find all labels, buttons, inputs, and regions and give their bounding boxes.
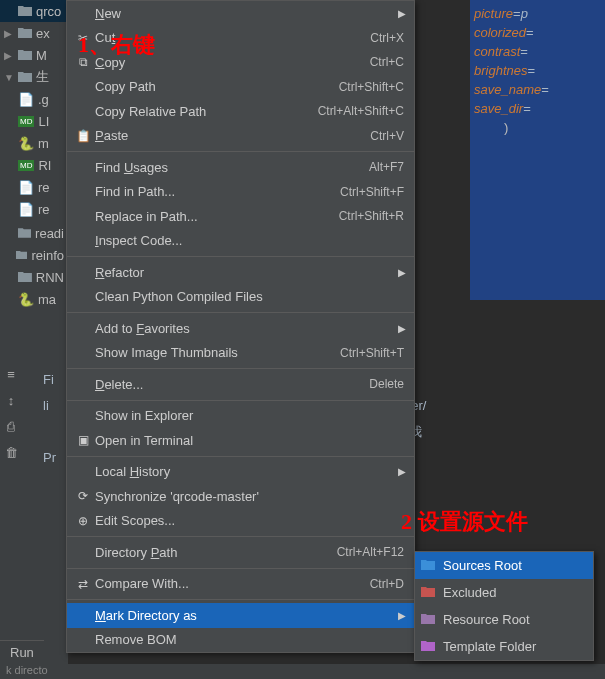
tree-item[interactable]: 📄re bbox=[0, 198, 68, 220]
menu-item-directory-path[interactable]: Directory Path Ctrl+Alt+F12 bbox=[67, 540, 414, 565]
menu-label: New bbox=[93, 6, 404, 21]
folder-icon bbox=[421, 640, 437, 654]
shortcut: Ctrl+Alt+Shift+C bbox=[318, 104, 404, 118]
tree-item[interactable]: MDLI bbox=[0, 110, 68, 132]
menu-item-replace-in-path[interactable]: Replace in Path... Ctrl+Shift+R bbox=[67, 204, 414, 229]
menu-item-copy-relative-path[interactable]: Copy Relative Path Ctrl+Alt+Shift+C bbox=[67, 99, 414, 124]
tool-icon[interactable]: 🗑 bbox=[1, 442, 21, 462]
menu-label: Refactor bbox=[93, 265, 404, 280]
menu-item-show-in-explorer[interactable]: Show in Explorer bbox=[67, 404, 414, 429]
code-line: li bbox=[43, 393, 56, 419]
code-line: picture=p bbox=[474, 4, 601, 23]
menu-item-find-in-path[interactable]: Find in Path... Ctrl+Shift+F bbox=[67, 180, 414, 205]
menu-label: Show in Explorer bbox=[93, 408, 404, 423]
menu-label: Find Usages bbox=[93, 160, 369, 175]
shortcut: Ctrl+Alt+F12 bbox=[337, 545, 404, 559]
tree-item[interactable]: ▶M bbox=[0, 44, 68, 66]
submenu-item-resource-root[interactable]: Resource Root bbox=[415, 606, 593, 633]
code-line: Fi bbox=[43, 367, 56, 393]
menu-item-compare-with[interactable]: ⇄ Compare With... Ctrl+D bbox=[67, 572, 414, 597]
submenu-item-excluded[interactable]: Excluded bbox=[415, 579, 593, 606]
menu-item-delete[interactable]: Delete... Delete bbox=[67, 372, 414, 397]
menu-item-paste[interactable]: 📋 Paste Ctrl+V bbox=[67, 124, 414, 149]
shortcut: Ctrl+V bbox=[370, 129, 404, 143]
code-editor-left[interactable]: Fi de-master/生成我的 li Pr bbox=[43, 367, 56, 471]
code-line: brightnes= bbox=[474, 61, 601, 80]
menu-label: Delete... bbox=[93, 377, 369, 392]
tree-item[interactable]: readi bbox=[0, 222, 68, 244]
menu-label: Paste bbox=[93, 128, 370, 143]
menu-label: Copy Relative Path bbox=[93, 104, 318, 119]
tree-item[interactable]: 📄.g bbox=[0, 88, 68, 110]
tree-item[interactable]: ▶ex bbox=[0, 22, 68, 44]
tree-item[interactable]: 🐍m bbox=[0, 132, 68, 154]
shortcut: Alt+F7 bbox=[369, 160, 404, 174]
submenu-label: Resource Root bbox=[443, 612, 530, 627]
shortcut: Ctrl+Shift+C bbox=[339, 80, 404, 94]
menu-item-clean-python-compiled-files[interactable]: Clean Python Compiled Files bbox=[67, 285, 414, 310]
tree-item[interactable]: MDRI bbox=[0, 154, 68, 176]
menu-item-synchronize-qrcode-master[interactable]: ⟳ Synchronize 'qrcode-master' bbox=[67, 484, 414, 509]
shortcut: Ctrl+X bbox=[370, 31, 404, 45]
menu-item-find-usages[interactable]: Find Usages Alt+F7 bbox=[67, 155, 414, 180]
tree-item[interactable]: 📄re bbox=[0, 176, 68, 198]
tree-item[interactable]: qrco bbox=[0, 0, 68, 22]
tree-item[interactable]: RNN bbox=[0, 266, 68, 288]
menu-item-edit-scopes[interactable]: ⊕ Edit Scopes... bbox=[67, 509, 414, 534]
menu-label: Show Image Thumbnails bbox=[93, 345, 340, 360]
menu-item-local-history[interactable]: Local History ▶ bbox=[67, 460, 414, 485]
shortcut: Ctrl+C bbox=[370, 55, 404, 69]
submenu-item-sources-root[interactable]: Sources Root bbox=[415, 552, 593, 579]
run-tab[interactable]: Run bbox=[0, 640, 44, 664]
menu-item-copy-path[interactable]: Copy Path Ctrl+Shift+C bbox=[67, 75, 414, 100]
menu-item-open-in-terminal[interactable]: ▣ Open in Terminal bbox=[67, 428, 414, 453]
menu-item-refactor[interactable]: Refactor ▶ bbox=[67, 260, 414, 285]
tool-icon[interactable]: ⎙ bbox=[1, 416, 21, 436]
tree-item[interactable]: ▼生 bbox=[0, 66, 68, 88]
menu-label: Clean Python Compiled Files bbox=[93, 289, 404, 304]
gutter-toolbar: ≡ ↕ ⎙ 🗑 bbox=[0, 360, 24, 466]
menu-label: Edit Scopes... bbox=[93, 513, 404, 528]
code-editor-right[interactable]: picture=pcolorized=contrast=brightnes=sa… bbox=[470, 0, 605, 300]
code-line: Pr bbox=[43, 445, 56, 471]
menu-icon: ⇄ bbox=[73, 577, 93, 591]
menu-item-inspect-code[interactable]: Inspect Code... bbox=[67, 229, 414, 254]
submenu-arrow-icon: ▶ bbox=[398, 267, 406, 278]
tree-item[interactable]: reinfo bbox=[0, 244, 68, 266]
folder-icon bbox=[421, 586, 437, 600]
menu-label: Remove BOM bbox=[93, 632, 404, 647]
menu-item-new[interactable]: New ▶ bbox=[67, 1, 414, 26]
folder-icon bbox=[421, 559, 437, 573]
menu-item-remove-bom[interactable]: Remove BOM bbox=[67, 628, 414, 653]
context-menu[interactable]: New ▶✂ Cut Ctrl+X ⧉ Copy Ctrl+C Copy Pat… bbox=[66, 0, 415, 653]
menu-label: Local History bbox=[93, 464, 404, 479]
code-line: contrast= bbox=[474, 42, 601, 61]
menu-label: Compare With... bbox=[93, 576, 370, 591]
tool-icon[interactable]: ≡ bbox=[1, 364, 21, 384]
menu-item-mark-directory-as[interactable]: Mark Directory as ▶ bbox=[67, 603, 414, 628]
code-line: save_dir= bbox=[474, 99, 601, 118]
mark-directory-submenu[interactable]: Sources RootExcludedResource RootTemplat… bbox=[414, 551, 594, 661]
menu-item-show-image-thumbnails[interactable]: Show Image Thumbnails Ctrl+Shift+T bbox=[67, 341, 414, 366]
menu-item-add-to-favorites[interactable]: Add to Favorites ▶ bbox=[67, 316, 414, 341]
project-tree[interactable]: qrco▶ex▶M▼生📄.gMDLI🐍mMDRI📄re📄re readirein… bbox=[0, 0, 68, 679]
menu-label: Open in Terminal bbox=[93, 433, 404, 448]
submenu-label: Excluded bbox=[443, 585, 496, 600]
submenu-arrow-icon: ▶ bbox=[398, 610, 406, 621]
menu-label: Find in Path... bbox=[93, 184, 340, 199]
code-paren: ) bbox=[474, 118, 601, 137]
annotation-1: 1、右键 bbox=[78, 30, 155, 60]
menu-icon: ⟳ bbox=[73, 489, 93, 503]
code-line: colorized= bbox=[474, 23, 601, 42]
submenu-label: Sources Root bbox=[443, 558, 522, 573]
tool-icon[interactable]: ↕ bbox=[1, 390, 21, 410]
submenu-arrow-icon: ▶ bbox=[398, 466, 406, 477]
tree-item[interactable]: 🐍ma bbox=[0, 288, 68, 310]
submenu-arrow-icon: ▶ bbox=[398, 323, 406, 334]
menu-label: Synchronize 'qrcode-master' bbox=[93, 489, 404, 504]
submenu-item-template-folder[interactable]: Template Folder bbox=[415, 633, 593, 660]
menu-icon: ▣ bbox=[73, 433, 93, 447]
menu-label: Add to Favorites bbox=[93, 321, 404, 336]
submenu-arrow-icon: ▶ bbox=[398, 8, 406, 19]
menu-icon: 📋 bbox=[73, 129, 93, 143]
